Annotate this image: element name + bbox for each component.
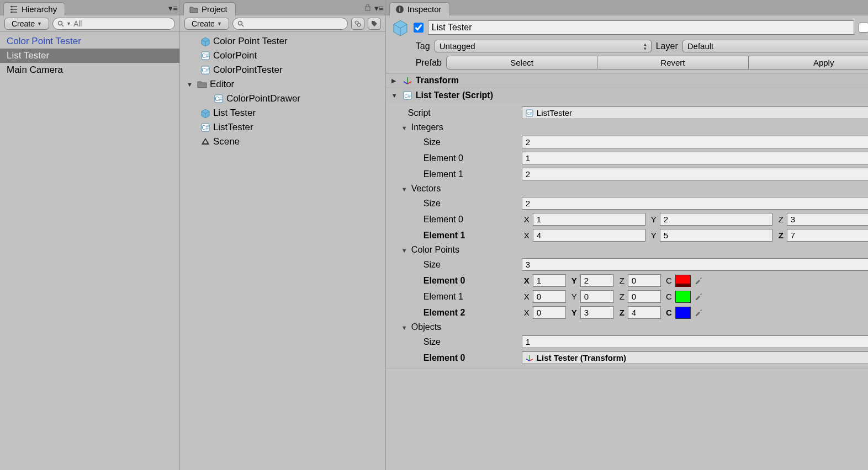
component-title: List Tester (Script): [416, 90, 868, 100]
project-search-input[interactable]: [246, 19, 343, 28]
prop-label: Element 0: [391, 353, 518, 363]
static-checkbox[interactable]: [859, 23, 868, 33]
hierarchy-search-input[interactable]: [73, 19, 170, 28]
hierarchy-create-button[interactable]: Create ▼: [4, 18, 49, 30]
gameobject-active-checkbox[interactable]: [414, 23, 424, 33]
inspector-tab[interactable]: i Inspector: [389, 2, 450, 15]
integers-e1-input[interactable]: [522, 168, 868, 180]
script-object-field[interactable]: C# ListTester: [522, 106, 868, 119]
cp0y-input[interactable]: [580, 274, 613, 287]
project-item[interactable]: Scene: [180, 135, 385, 149]
layer-dropdown[interactable]: Default ▴▾: [682, 40, 868, 52]
unity-icon: [200, 136, 211, 147]
project-item[interactable]: Color Point Tester: [180, 34, 385, 49]
eyedropper-icon[interactable]: [694, 292, 704, 302]
svg-point-4: [11, 8, 13, 10]
objects-foldout[interactable]: ▼Objects: [386, 321, 868, 334]
svg-point-12: [357, 23, 361, 26]
cp0x-input[interactable]: [533, 274, 566, 287]
cp2-color-swatch[interactable]: [675, 307, 691, 319]
integers-e0-input[interactable]: [522, 152, 868, 164]
v1y-input[interactable]: [660, 229, 772, 242]
c-label: C: [664, 308, 672, 317]
cp2x-input[interactable]: [533, 306, 566, 319]
svg-line-39: [407, 82, 411, 84]
obj-e0-field[interactable]: List Tester (Transform): [522, 351, 868, 364]
transform-header[interactable]: ▶ Transform ?: [386, 73, 868, 88]
tag-dropdown[interactable]: Untagged ▴▾: [435, 40, 652, 52]
item-label: Color Point Tester: [213, 36, 288, 47]
chevron-down-icon: ▼: [217, 21, 222, 26]
inspector-panel: i Inspector ▾≡ Static ▼ Tag: [386, 0, 868, 470]
filter-by-label-button[interactable]: [368, 18, 381, 30]
fold-arrow-icon: ▼: [401, 125, 409, 131]
listtester-component: ▼ C# List Tester (Script) ? Script C# Li…: [386, 88, 868, 368]
project-item[interactable]: C# ColorPointDrawer: [180, 92, 385, 106]
v0y-input[interactable]: [660, 213, 772, 226]
group-label: Objects: [411, 322, 441, 332]
v1z-input[interactable]: [787, 229, 868, 242]
hierarchy-item[interactable]: Color Point Tester: [0, 34, 179, 49]
vectors-size-input[interactable]: [522, 197, 868, 210]
integers-foldout[interactable]: ▼Integers: [386, 121, 868, 134]
cp0-color-swatch[interactable]: [675, 275, 691, 287]
csharp-icon: C#: [200, 122, 211, 133]
prop-label: Size: [391, 199, 518, 209]
z-label: Z: [776, 231, 784, 240]
y-label: Y: [649, 231, 657, 240]
v0x-input[interactable]: [533, 213, 645, 226]
project-item[interactable]: C# ColorPoint: [180, 49, 385, 63]
vectors-foldout[interactable]: ▼Vectors: [386, 182, 868, 195]
csharp-icon: C#: [200, 65, 211, 76]
prefab-icon: [200, 108, 211, 119]
prefab-apply-button[interactable]: Apply: [749, 56, 868, 70]
csharp-icon: C#: [213, 93, 224, 104]
hierarchy-item[interactable]: Main Camera: [0, 63, 179, 77]
filter-icon: [354, 20, 362, 28]
listtester-header[interactable]: ▼ C# List Tester (Script) ?: [386, 88, 868, 103]
project-create-button[interactable]: Create ▼: [184, 18, 229, 30]
cp-size-input[interactable]: [522, 258, 868, 271]
item-label: ColorPoint: [213, 50, 257, 61]
project-tree: Color Point Tester C# ColorPoint C# Colo…: [180, 32, 385, 470]
cp2y-input[interactable]: [580, 306, 613, 319]
item-label: ListTester: [213, 122, 253, 133]
cp1-color-swatch[interactable]: [675, 291, 691, 303]
gameobject-name-input[interactable]: [428, 20, 855, 35]
cp0z-input[interactable]: [628, 274, 661, 287]
v1x-input[interactable]: [533, 229, 645, 242]
eyedropper-icon[interactable]: [694, 276, 704, 286]
eyedropper-icon[interactable]: [694, 308, 704, 318]
svg-line-55: [526, 359, 530, 361]
hierarchy-search[interactable]: ▼: [52, 18, 175, 30]
project-item[interactable]: List Tester: [180, 106, 385, 120]
integers-size-input[interactable]: [522, 136, 868, 148]
project-item[interactable]: C# ColorPointTester: [180, 63, 385, 77]
prop-label: Element 1: [391, 292, 518, 302]
project-tab[interactable]: Project: [183, 2, 236, 15]
cp1x-input[interactable]: [533, 290, 566, 303]
v0z-input[interactable]: [787, 213, 868, 226]
panel-menu[interactable]: ▾≡: [364, 3, 382, 11]
colorpoints-foldout[interactable]: ▼Color Points: [386, 243, 868, 257]
info-icon: i: [395, 5, 404, 14]
obj-size-input[interactable]: [522, 335, 868, 348]
project-item[interactable]: C# ListTester: [180, 120, 385, 135]
cp2z-input[interactable]: [628, 306, 661, 319]
item-label: Editor: [210, 79, 234, 90]
hierarchy-tab[interactable]: Hierarchy: [3, 2, 65, 15]
svg-text:C#: C#: [202, 53, 209, 59]
prefab-revert-button[interactable]: Revert: [597, 56, 748, 70]
hierarchy-item[interactable]: List Tester: [0, 49, 179, 63]
svg-point-5: [11, 11, 13, 13]
hierarchy-tab-bar: Hierarchy ▾≡: [0, 0, 179, 15]
z-label: Z: [776, 215, 784, 224]
filter-by-type-button[interactable]: [351, 18, 364, 30]
cp1y-input[interactable]: [580, 290, 613, 303]
cp1z-input[interactable]: [628, 290, 661, 303]
project-folder[interactable]: ▼ Editor: [180, 77, 385, 92]
prefab-select-button[interactable]: Select: [446, 56, 597, 70]
project-search[interactable]: [232, 18, 348, 30]
panel-menu[interactable]: ▾≡: [168, 3, 176, 11]
project-tab-label: Project: [202, 4, 227, 14]
